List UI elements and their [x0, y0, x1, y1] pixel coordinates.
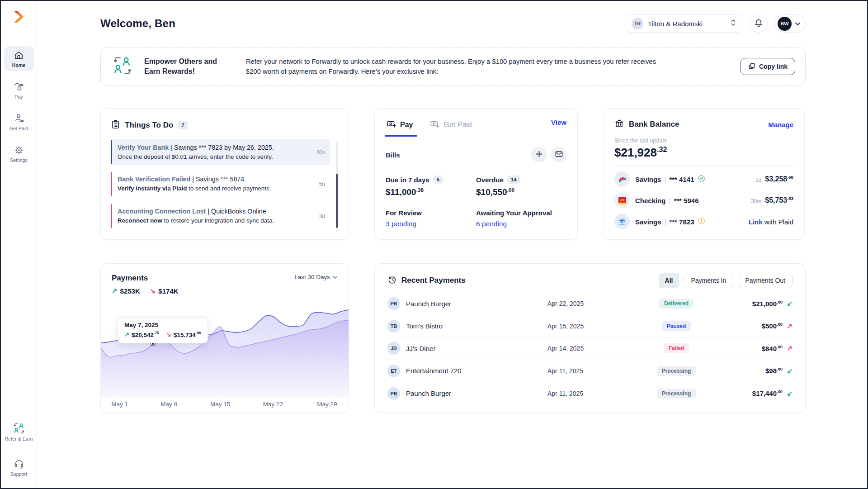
todo-subject: | QuickBooks Online: [208, 208, 266, 215]
user-menu[interactable]: BW: [775, 14, 806, 33]
stat-label: Awaiting Your Approval: [476, 209, 552, 217]
table-row[interactable]: TB Tom's Bistro Apr 15, 2025 Paused $500…: [387, 315, 793, 338]
email-bill-button[interactable]: [551, 147, 566, 162]
add-bill-button[interactable]: [531, 147, 547, 162]
app-window: Home Pay Get Paid: [0, 0, 868, 489]
incoming-arrow-icon: ↙: [783, 367, 793, 375]
filter-all-button[interactable]: All: [659, 273, 679, 288]
sidebar-item-label: Home: [12, 62, 26, 68]
history-icon: [387, 275, 397, 286]
payment-amount: $17,440.00: [715, 389, 783, 397]
copy-link-button[interactable]: Copy link: [741, 58, 795, 75]
account-mask: *** 4141: [669, 176, 694, 183]
company-name: Tilton & Radomski: [648, 20, 726, 28]
payee-name: Paunch Burger: [406, 300, 547, 308]
bank-account-row[interactable]: Savings|*** 4141 1d$3,258.68: [614, 169, 793, 190]
sidebar-item-support[interactable]: Support: [4, 455, 34, 480]
date-range-selector[interactable]: Last 30 Days: [294, 274, 338, 280]
todo-title[interactable]: Accounting Connection Lost: [118, 208, 206, 215]
table-row[interactable]: PB Paunch Burger Apr 22, 2025 Delivered …: [387, 293, 793, 315]
sidebar-nav: Home Pay Get Paid: [4, 46, 34, 172]
bills-section-title: Bills: [386, 151, 400, 159]
todo-item[interactable]: Accounting Connection Lost | QuickBooks …: [111, 203, 330, 229]
sidebar-item-label: Support: [10, 471, 27, 477]
verified-badge-icon: [698, 175, 705, 184]
cards-row-2: Payments Last 30 Days ↗$253K ↘$174K: [100, 263, 806, 413]
stat-label: For Review: [386, 209, 422, 217]
card-title: Things To Do: [125, 121, 173, 130]
todo-title[interactable]: Bank Verification Failed: [118, 176, 190, 183]
account-name: Checking: [635, 197, 666, 204]
recent-payments-card: Recent Payments All Payments In Payments…: [374, 263, 806, 413]
payment-filters: All Payments In Payments Out: [659, 273, 793, 288]
payee-avatar: E7: [387, 365, 400, 377]
bank-account-row[interactable]: WF Checking|*** 5946 30m$5,753.53: [614, 190, 793, 211]
total-balance: $21,928.32: [614, 145, 793, 160]
todo-subject: | Savings *** 5874.: [192, 176, 246, 183]
forwardly-logo-icon[interactable]: [10, 8, 28, 25]
sidebar-item-pay[interactable]: Pay: [4, 77, 34, 103]
stat-cents: .00: [507, 187, 514, 193]
sidebar-item-settings[interactable]: Settings: [4, 141, 34, 166]
scrollbar-thumb[interactable]: [336, 174, 338, 228]
payment-date: Apr 11, 2025: [547, 367, 638, 375]
overdue-stat: Overdue14 $10,550.00: [476, 176, 566, 197]
main-content: Welcome, Ben TR Tilton & Radomski: [37, 1, 868, 488]
filter-payments-in-button[interactable]: Payments In: [684, 273, 733, 288]
sidebar-item-refer-earn[interactable]: Refer & Earn: [4, 418, 34, 445]
payment-amount: $840.00: [715, 345, 783, 352]
table-row[interactable]: JD JJ's Diner Apr 14, 2025 Failed $840.0…: [387, 337, 793, 360]
warning-badge-icon: [698, 217, 705, 226]
payment-amount: $98.00: [715, 367, 783, 375]
range-label: Last 30 Days: [294, 274, 330, 280]
svg-text:WF: WF: [619, 198, 625, 202]
overdue-count-badge: 14: [507, 176, 520, 184]
sidebar: Home Pay Get Paid: [1, 1, 37, 488]
notifications-button[interactable]: [750, 14, 768, 33]
chart-marker-line: [153, 343, 153, 400]
headset-icon: [14, 459, 24, 470]
awaiting-pending-link[interactable]: 6 pending: [476, 220, 566, 228]
sync-time: 30m: [751, 198, 761, 204]
todo-item[interactable]: Verify Your Bank | Savings *** 7823 by M…: [111, 139, 330, 165]
trend-down-icon: ↘: [166, 331, 171, 338]
pay-card: Pay Get Paid View: [374, 108, 578, 240]
status-badge: Processing: [657, 389, 696, 399]
payment-date: Apr 14, 2025: [547, 345, 638, 352]
todo-count-badge: 7: [178, 121, 188, 129]
sidebar-item-home[interactable]: Home: [4, 46, 34, 71]
plaid-link[interactable]: Link: [749, 218, 763, 226]
manage-link[interactable]: Manage: [768, 121, 793, 128]
tab-get-paid[interactable]: Get Paid: [429, 119, 472, 136]
payment-date: Apr 11, 2025: [547, 390, 638, 397]
pay-in-icon: [430, 119, 440, 130]
trend-up-icon: ↗: [112, 287, 118, 295]
company-avatar: TR: [632, 18, 643, 29]
todo-title[interactable]: Verify Your Bank: [118, 144, 169, 151]
wells-fargo-icon: WF: [614, 193, 630, 208]
cards-row-1: Things To Do 7 Verify Your Bank | Saving…: [100, 108, 806, 240]
page-title: Welcome, Ben: [100, 17, 175, 30]
scrollbar[interactable]: [336, 141, 338, 232]
x-tick: May 1: [111, 401, 128, 408]
todo-list: Verify Your Bank | Savings *** 7823 by M…: [111, 139, 339, 229]
table-row[interactable]: PB Paunch Burger Apr 11, 2025 Processing…: [387, 382, 793, 405]
link-with-plaid: Link with Plaid: [749, 218, 793, 226]
top-bar: Welcome, Ben TR Tilton & Radomski: [100, 14, 806, 33]
bank-account-row[interactable]: Savings|*** 7823 Link with Plaid: [614, 211, 793, 233]
view-link[interactable]: View: [551, 119, 566, 126]
sync-time: 1d: [755, 177, 761, 183]
sidebar-item-get-paid[interactable]: Get Paid: [4, 109, 34, 134]
refer-earn-icon: [13, 423, 25, 434]
company-selector[interactable]: TR Tilton & Radomski: [626, 14, 742, 33]
chevron-down-icon: [795, 19, 801, 28]
stat-cents: .38: [416, 187, 424, 193]
home-icon: [14, 50, 24, 61]
account-name: Savings: [635, 176, 661, 183]
todo-item[interactable]: Bank Verification Failed | Savings *** 5…: [111, 171, 330, 197]
chart-tooltip: May 7, 2025 ↗$20,542.75 ↘$15.734.96: [118, 317, 208, 343]
for-review-pending-link[interactable]: 3 pending: [386, 220, 476, 228]
tab-pay[interactable]: Pay: [386, 119, 414, 136]
table-row[interactable]: E7 Entertainment 720 Apr 11, 2025 Proces…: [387, 360, 793, 383]
filter-payments-out-button[interactable]: Payments Out: [738, 273, 793, 288]
